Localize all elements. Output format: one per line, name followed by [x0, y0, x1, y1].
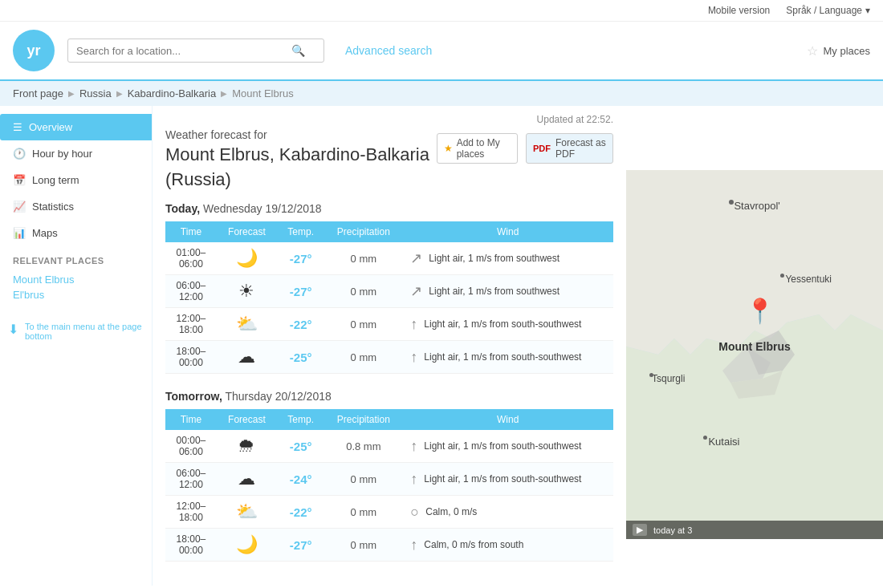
forecast-cell: 🌨: [217, 430, 277, 463]
wind-description: Light air, 1 m/s from south-southwest: [424, 351, 581, 363]
map-container[interactable]: Stavropol' Yessentuki Tsqurgli Kutaisi 📍…: [626, 170, 883, 539]
advanced-search-link[interactable]: Advanced search: [345, 44, 432, 57]
forecast-pdf-label: Forecast as PDF: [555, 137, 606, 160]
wind-description: Light air, 1 m/s from south-southwest: [424, 318, 581, 330]
pdf-icon: PDF: [533, 144, 551, 153]
breadcrumb-frontpage[interactable]: Front page: [13, 87, 63, 99]
tomorrow-section: Tomorrow, Thursday 20/12/2018 Time Forec…: [165, 390, 613, 562]
forecast-cell: 🌙: [217, 242, 277, 275]
search-icon[interactable]: 🔍: [291, 44, 305, 57]
forecast-cell: 🌙: [217, 529, 277, 562]
sidebar-item-maps[interactable]: 📊 Maps: [0, 220, 152, 246]
down-arrow-icon: ⬇: [8, 322, 18, 337]
sidebar-item-hour-by-hour[interactable]: 🕐 Hour by hour: [0, 140, 152, 167]
main-layout: ☰ Overview 🕐 Hour by hour 📅 Long term 📈 …: [0, 106, 883, 586]
wind-description: Calm, 0 m/s from south: [424, 539, 523, 550]
my-places-button[interactable]: ☆ My places: [807, 43, 870, 59]
title-actions: ★ Add to My places PDF Forecast as PDF: [437, 133, 613, 164]
breadcrumb-russia[interactable]: Russia: [79, 87, 112, 99]
mobile-version-link[interactable]: Mobile version: [708, 5, 770, 16]
relevant-places-links: Mount Elbrus El'brus: [0, 269, 152, 306]
breadcrumb-sep-3: ▶: [221, 89, 227, 98]
weather-icon: 🌨: [238, 436, 255, 456]
sidebar-item-overview[interactable]: ☰ Overview: [0, 114, 152, 140]
wind-direction-icon: ↗: [410, 249, 422, 267]
stavropol-label: Stavropol': [734, 200, 779, 212]
time-cell: 06:00– 12:00: [165, 463, 217, 496]
forecast-pdf-button[interactable]: PDF Forecast as PDF: [526, 133, 613, 164]
time-cell: 12:00– 18:00: [165, 496, 217, 529]
map-bottom-bar: ▶ today at 3: [626, 521, 883, 539]
breadcrumb-sep-1: ▶: [68, 89, 75, 98]
star-icon: ☆: [807, 43, 818, 59]
main-content: Updated at 22:52. Weather forecast for M…: [153, 106, 626, 586]
temp-cell: -22°: [277, 496, 324, 529]
table-row: 00:00– 06:00 🌨 -25° 0.8 mm ↑ Light air, …: [165, 430, 613, 463]
add-to-places-button[interactable]: ★ Add to My places: [437, 133, 518, 164]
breadcrumb-kabardino[interactable]: Kabardino-Balkaria: [128, 87, 217, 99]
precip-cell: 0 mm: [324, 529, 402, 562]
wind-cell: ○ Calm, 0 m/s: [402, 496, 613, 529]
weather-icon: ☁: [238, 468, 255, 489]
wind-direction-icon: ○: [410, 504, 419, 521]
breadcrumb-sep-2: ▶: [116, 89, 123, 98]
location-pin-icon: 📍: [745, 296, 775, 324]
map-play-button[interactable]: ▶: [633, 524, 647, 536]
forecast-cell: ☁: [217, 463, 277, 496]
wind-direction-icon: ↗: [410, 282, 422, 300]
tomorrow-label: Tomorrow,: [165, 390, 222, 403]
yessentuki-label: Yessentuki: [785, 274, 832, 285]
breadcrumb: Front page ▶ Russia ▶ Kabardino-Balkaria…: [0, 81, 883, 106]
table-row: 18:00– 00:00 🌙 -27° 0 mm ↑ Calm, 0 m/s f…: [165, 529, 613, 562]
time-cell: 00:00– 06:00: [165, 430, 217, 463]
sidebar-item-long-term[interactable]: 📅 Long term: [0, 167, 152, 193]
forecast-cell: ☀: [217, 275, 277, 308]
col-wind-2: Wind: [402, 409, 613, 430]
clock-icon: 🕐: [13, 148, 26, 160]
table-row: 06:00– 12:00 ☀ -27° 0 mm ↗ Light air, 1 …: [165, 275, 613, 308]
table-row: 12:00– 18:00 ⛅ -22° 0 mm ↑ Light air, 1 …: [165, 308, 613, 341]
breadcrumb-current: Mount Elbrus: [232, 87, 294, 99]
col-time-2: Time: [165, 409, 217, 430]
table-row: 01:00– 06:00 🌙 -27° 0 mm ↗ Light air, 1 …: [165, 242, 613, 275]
wind-description: Light air, 1 m/s from southwest: [429, 286, 560, 297]
relevant-place-elbrus[interactable]: El'brus: [13, 287, 139, 302]
wind-description: Calm, 0 m/s: [425, 506, 477, 517]
language-selector[interactable]: Språk / Language ▾: [786, 5, 870, 16]
time-cell: 18:00– 00:00: [165, 529, 217, 562]
tsqurgli-dot: [649, 373, 653, 377]
precip-cell: 0 mm: [324, 341, 402, 374]
time-cell: 06:00– 12:00: [165, 275, 217, 308]
table-row: 06:00– 12:00 ☁ -24° 0 mm ↑ Light air, 1 …: [165, 463, 613, 496]
tomorrow-date: Thursday 20/12/2018: [225, 390, 331, 403]
wind-cell: ↑ Light air, 1 m/s from south-southwest: [402, 308, 613, 341]
search-box: 🔍: [67, 39, 324, 63]
sidebar-footer-link[interactable]: ⬇ To the main menu at the page bottom: [8, 322, 144, 341]
wind-cell: ↑ Light air, 1 m/s from south-southwest: [402, 430, 613, 463]
sidebar-nav: ☰ Overview 🕐 Hour by hour 📅 Long term 📈 …: [0, 114, 152, 246]
forecast-cell: ☁: [217, 341, 277, 374]
forecast-cell: ⛅: [217, 496, 277, 529]
location-name: Mount Elbrus, Kabardino-Balkaria (Russia…: [165, 141, 437, 191]
today-table: Time Forecast Temp. Precipitation Wind 0…: [165, 221, 613, 374]
today-label: Today,: [165, 202, 200, 215]
col-time: Time: [165, 221, 217, 242]
wind-direction-icon: ↑: [410, 471, 417, 488]
sidebar-label-hour-by-hour: Hour by hour: [32, 148, 92, 160]
relevant-place-mount-elbrus[interactable]: Mount Elbrus: [13, 272, 139, 287]
precip-cell: 0 mm: [324, 463, 402, 496]
time-cell: 01:00– 06:00: [165, 242, 217, 275]
tomorrow-header: Tomorrow, Thursday 20/12/2018: [165, 390, 613, 403]
search-input[interactable]: [76, 45, 285, 57]
col-temp: Temp.: [277, 221, 324, 242]
calendar-icon: 📅: [13, 174, 26, 186]
col-temp-2: Temp.: [277, 409, 324, 430]
yr-logo[interactable]: yr: [13, 30, 55, 71]
updated-time: Updated at 22:52.: [165, 114, 613, 125]
kutaisi-label: Kutaisi: [708, 436, 739, 448]
weather-icon: ⛅: [236, 501, 258, 521]
sidebar-item-statistics[interactable]: 📈 Statistics: [0, 193, 152, 220]
precip-cell: 0.8 mm: [324, 430, 402, 463]
table-row: 18:00– 00:00 ☁ -25° 0 mm ↑ Light air, 1 …: [165, 341, 613, 374]
stavropol-dot: [729, 200, 734, 205]
